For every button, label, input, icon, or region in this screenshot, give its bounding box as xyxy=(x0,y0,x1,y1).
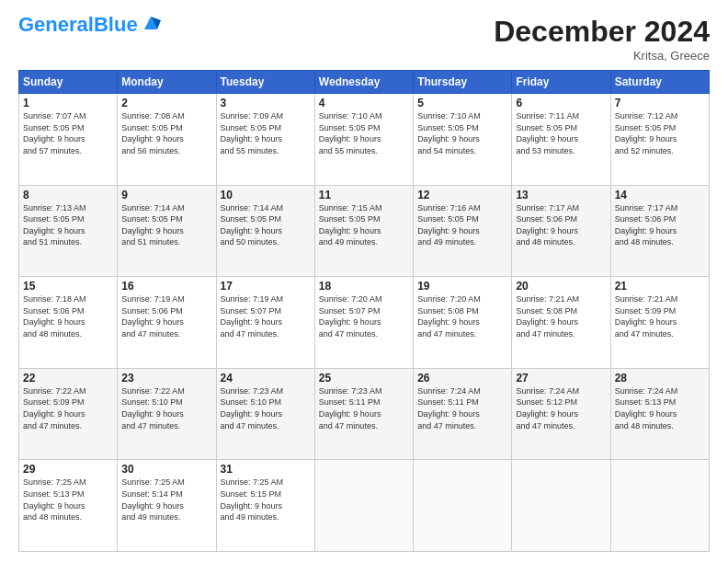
day-info: Sunrise: 7:13 AM Sunset: 5:05 PM Dayligh… xyxy=(23,202,113,248)
calendar-table: Sunday Monday Tuesday Wednesday Thursday… xyxy=(18,70,710,552)
day-number: 27 xyxy=(516,372,606,385)
day-number: 6 xyxy=(516,97,606,109)
calendar-cell xyxy=(414,460,512,552)
col-sunday: Sunday xyxy=(19,71,118,94)
header-row: Sunday Monday Tuesday Wednesday Thursday… xyxy=(19,71,710,94)
logo: GeneralBlue xyxy=(18,15,161,35)
calendar-cell: 18Sunrise: 7:20 AM Sunset: 5:07 PM Dayli… xyxy=(314,277,413,369)
day-number: 26 xyxy=(417,372,507,385)
day-number: 18 xyxy=(319,280,409,293)
day-number: 15 xyxy=(23,280,113,293)
day-info: Sunrise: 7:25 AM Sunset: 5:15 PM Dayligh… xyxy=(221,477,311,523)
day-info: Sunrise: 7:14 AM Sunset: 5:05 PM Dayligh… xyxy=(121,202,211,248)
calendar-cell: 17Sunrise: 7:19 AM Sunset: 5:07 PM Dayli… xyxy=(216,277,314,369)
week-row-3: 22Sunrise: 7:22 AM Sunset: 5:09 PM Dayli… xyxy=(19,368,710,460)
day-info: Sunrise: 7:23 AM Sunset: 5:11 PM Dayligh… xyxy=(319,385,409,431)
day-info: Sunrise: 7:19 AM Sunset: 5:07 PM Dayligh… xyxy=(221,293,311,339)
day-info: Sunrise: 7:09 AM Sunset: 5:05 PM Dayligh… xyxy=(221,110,311,156)
day-number: 3 xyxy=(221,97,311,109)
calendar-cell: 25Sunrise: 7:23 AM Sunset: 5:11 PM Dayli… xyxy=(314,368,413,460)
day-info: Sunrise: 7:14 AM Sunset: 5:05 PM Dayligh… xyxy=(221,202,311,248)
header: GeneralBlue December 2024 Kritsa, Greece xyxy=(18,15,710,63)
calendar-cell: 15Sunrise: 7:18 AM Sunset: 5:06 PM Dayli… xyxy=(19,277,118,369)
day-info: Sunrise: 7:17 AM Sunset: 5:06 PM Dayligh… xyxy=(615,202,705,248)
day-info: Sunrise: 7:24 AM Sunset: 5:12 PM Dayligh… xyxy=(516,385,606,431)
day-info: Sunrise: 7:12 AM Sunset: 5:05 PM Dayligh… xyxy=(615,110,705,156)
col-tuesday: Tuesday xyxy=(216,71,314,94)
day-info: Sunrise: 7:11 AM Sunset: 5:05 PM Dayligh… xyxy=(516,110,606,156)
week-row-0: 1Sunrise: 7:07 AM Sunset: 5:05 PM Daylig… xyxy=(19,94,710,186)
day-number: 12 xyxy=(417,189,507,201)
calendar-cell xyxy=(314,460,413,552)
calendar-cell: 4Sunrise: 7:10 AM Sunset: 5:05 PM Daylig… xyxy=(314,94,413,186)
day-info: Sunrise: 7:19 AM Sunset: 5:06 PM Dayligh… xyxy=(121,293,211,339)
week-row-2: 15Sunrise: 7:18 AM Sunset: 5:06 PM Dayli… xyxy=(19,277,710,369)
day-info: Sunrise: 7:20 AM Sunset: 5:07 PM Dayligh… xyxy=(319,293,409,339)
day-number: 20 xyxy=(516,280,606,293)
calendar-cell: 9Sunrise: 7:14 AM Sunset: 5:05 PM Daylig… xyxy=(118,185,216,277)
calendar-cell: 24Sunrise: 7:23 AM Sunset: 5:10 PM Dayli… xyxy=(216,368,314,460)
day-number: 23 xyxy=(121,372,211,385)
calendar-cell: 1Sunrise: 7:07 AM Sunset: 5:05 PM Daylig… xyxy=(19,94,118,186)
day-info: Sunrise: 7:15 AM Sunset: 5:05 PM Dayligh… xyxy=(319,202,409,248)
day-number: 11 xyxy=(319,189,409,201)
calendar-cell xyxy=(610,460,709,552)
day-info: Sunrise: 7:10 AM Sunset: 5:05 PM Dayligh… xyxy=(417,110,507,156)
title-block: December 2024 Kritsa, Greece xyxy=(494,15,710,63)
day-number: 8 xyxy=(23,189,113,201)
day-number: 25 xyxy=(319,372,409,385)
calendar-cell: 2Sunrise: 7:08 AM Sunset: 5:05 PM Daylig… xyxy=(118,94,216,186)
day-number: 24 xyxy=(221,372,311,385)
day-info: Sunrise: 7:10 AM Sunset: 5:05 PM Dayligh… xyxy=(319,110,409,156)
calendar-cell: 10Sunrise: 7:14 AM Sunset: 5:05 PM Dayli… xyxy=(216,185,314,277)
day-info: Sunrise: 7:24 AM Sunset: 5:11 PM Dayligh… xyxy=(417,385,507,431)
day-number: 29 xyxy=(23,463,113,476)
calendar-cell: 29Sunrise: 7:25 AM Sunset: 5:13 PM Dayli… xyxy=(19,460,118,552)
calendar-cell: 6Sunrise: 7:11 AM Sunset: 5:05 PM Daylig… xyxy=(512,94,610,186)
logo-text: GeneralBlue xyxy=(18,15,138,35)
day-number: 30 xyxy=(121,463,211,476)
calendar-cell: 19Sunrise: 7:20 AM Sunset: 5:08 PM Dayli… xyxy=(414,277,512,369)
page: GeneralBlue December 2024 Kritsa, Greece… xyxy=(0,0,728,563)
calendar-cell: 20Sunrise: 7:21 AM Sunset: 5:08 PM Dayli… xyxy=(512,277,610,369)
day-number: 4 xyxy=(319,97,409,109)
logo-icon xyxy=(141,13,161,33)
day-number: 13 xyxy=(516,189,606,201)
day-info: Sunrise: 7:23 AM Sunset: 5:10 PM Dayligh… xyxy=(221,385,311,431)
day-info: Sunrise: 7:07 AM Sunset: 5:05 PM Dayligh… xyxy=(23,110,113,156)
day-number: 22 xyxy=(23,372,113,385)
col-wednesday: Wednesday xyxy=(314,71,413,94)
calendar-cell: 28Sunrise: 7:24 AM Sunset: 5:13 PM Dayli… xyxy=(610,368,709,460)
calendar-cell: 12Sunrise: 7:16 AM Sunset: 5:05 PM Dayli… xyxy=(414,185,512,277)
calendar-cell xyxy=(512,460,610,552)
calendar-cell: 31Sunrise: 7:25 AM Sunset: 5:15 PM Dayli… xyxy=(216,460,314,552)
calendar-cell: 11Sunrise: 7:15 AM Sunset: 5:05 PM Dayli… xyxy=(314,185,413,277)
day-number: 1 xyxy=(23,97,113,109)
calendar-cell: 16Sunrise: 7:19 AM Sunset: 5:06 PM Dayli… xyxy=(118,277,216,369)
week-row-1: 8Sunrise: 7:13 AM Sunset: 5:05 PM Daylig… xyxy=(19,185,710,277)
col-monday: Monday xyxy=(118,71,216,94)
calendar-cell: 3Sunrise: 7:09 AM Sunset: 5:05 PM Daylig… xyxy=(216,94,314,186)
day-number: 19 xyxy=(417,280,507,293)
day-number: 28 xyxy=(615,372,705,385)
calendar-title: December 2024 xyxy=(494,15,710,49)
day-info: Sunrise: 7:25 AM Sunset: 5:14 PM Dayligh… xyxy=(121,477,211,523)
col-friday: Friday xyxy=(512,71,610,94)
day-info: Sunrise: 7:21 AM Sunset: 5:09 PM Dayligh… xyxy=(615,293,705,339)
day-number: 14 xyxy=(615,189,705,201)
day-number: 7 xyxy=(615,97,705,109)
day-number: 9 xyxy=(121,189,211,201)
calendar-cell: 13Sunrise: 7:17 AM Sunset: 5:06 PM Dayli… xyxy=(512,185,610,277)
day-number: 10 xyxy=(221,189,311,201)
day-info: Sunrise: 7:21 AM Sunset: 5:08 PM Dayligh… xyxy=(516,293,606,339)
day-info: Sunrise: 7:17 AM Sunset: 5:06 PM Dayligh… xyxy=(516,202,606,248)
calendar-cell: 14Sunrise: 7:17 AM Sunset: 5:06 PM Dayli… xyxy=(610,185,709,277)
week-row-4: 29Sunrise: 7:25 AM Sunset: 5:13 PM Dayli… xyxy=(19,460,710,552)
calendar-cell: 21Sunrise: 7:21 AM Sunset: 5:09 PM Dayli… xyxy=(610,277,709,369)
calendar-cell: 5Sunrise: 7:10 AM Sunset: 5:05 PM Daylig… xyxy=(414,94,512,186)
calendar-subtitle: Kritsa, Greece xyxy=(494,49,710,63)
day-info: Sunrise: 7:20 AM Sunset: 5:08 PM Dayligh… xyxy=(417,293,507,339)
day-info: Sunrise: 7:18 AM Sunset: 5:06 PM Dayligh… xyxy=(23,293,113,339)
day-number: 31 xyxy=(221,463,311,476)
day-info: Sunrise: 7:24 AM Sunset: 5:13 PM Dayligh… xyxy=(615,385,705,431)
